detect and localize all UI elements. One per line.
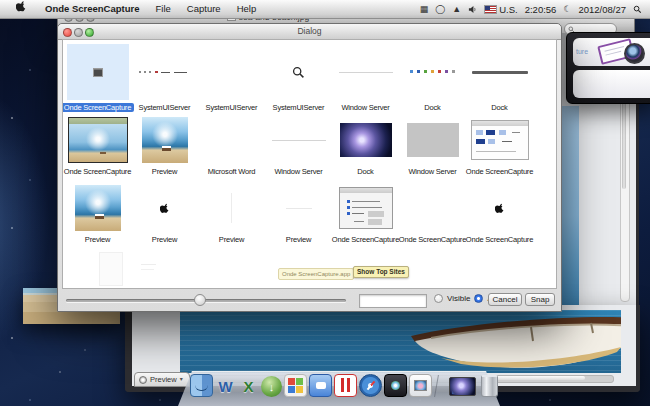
magnifier-thumbnail bbox=[292, 66, 305, 79]
capture-item-dock[interactable]: Dock bbox=[332, 116, 399, 176]
capture-item-preview[interactable]: Preview bbox=[198, 184, 265, 244]
preview-dropdown-button[interactable]: Preview ▾ bbox=[134, 372, 190, 387]
thinline-thumbnail bbox=[339, 72, 393, 73]
capture-item-onde-screencapture[interactable]: Onde ScreenCapture bbox=[466, 184, 533, 244]
microsoft-excel-dock-icon[interactable]: X bbox=[238, 376, 259, 397]
blank-thumbnail bbox=[227, 67, 237, 77]
thumb-area bbox=[160, 184, 170, 232]
menu-file[interactable]: File bbox=[148, 0, 179, 18]
app-panel-card bbox=[573, 70, 650, 98]
eject-menu-icon[interactable]: ▲ bbox=[452, 0, 461, 18]
capture-item-onde-screencapture[interactable]: Onde ScreenCapture bbox=[64, 44, 131, 112]
faintv-thumbnail bbox=[231, 193, 232, 223]
image-sliver bbox=[560, 106, 579, 306]
menu-help[interactable]: Help bbox=[229, 0, 265, 18]
thumb-area bbox=[68, 116, 128, 164]
capture-item-label: Preview bbox=[152, 235, 177, 244]
partial-thumbnail bbox=[99, 252, 123, 286]
thumb-area bbox=[272, 116, 326, 164]
thumb-area bbox=[428, 184, 438, 232]
capture-item-onde-screencapture[interactable]: Onde ScreenCapture bbox=[399, 184, 466, 244]
capture-item-dock[interactable]: Dock bbox=[399, 44, 466, 112]
capture-item-preview[interactable]: Preview bbox=[64, 184, 131, 244]
apple-thumbnail bbox=[495, 202, 505, 214]
size-slider[interactable] bbox=[66, 299, 346, 302]
parallels-dock-icon[interactable] bbox=[334, 374, 357, 397]
safari-dock-icon[interactable] bbox=[359, 374, 382, 397]
thumb-area bbox=[286, 184, 312, 232]
capture-item-onde-screencapture[interactable]: Onde ScreenCapture bbox=[332, 184, 399, 244]
capture-item-onde-screencapture[interactable]: Onde ScreenCapture bbox=[466, 116, 533, 176]
partial-thumbnail bbox=[141, 269, 154, 270]
capture-name-field[interactable] bbox=[359, 294, 427, 308]
minidialog-thumbnail bbox=[471, 120, 529, 160]
menu-bar: Onde ScreenCapture File Capture Help ▦ ◯… bbox=[0, 0, 650, 19]
menu-bar-left: Onde ScreenCapture File Capture Help bbox=[0, 0, 264, 18]
visible-radio[interactable] bbox=[434, 294, 443, 303]
menu-capture[interactable]: Capture bbox=[179, 0, 229, 18]
thumb-area bbox=[407, 44, 459, 100]
capture-item-label: Window Server bbox=[408, 167, 456, 176]
spotlight-icon[interactable] bbox=[633, 5, 642, 14]
capture-grid: Onde ScreenCapture.app Show Top Sites On… bbox=[62, 39, 557, 289]
menu-bar-status: ▦ ◯ ▲ U.S. 2:20:56 ☾ 2012/08/27 bbox=[420, 0, 650, 18]
apple-thumbnail bbox=[160, 202, 170, 214]
cancel-button[interactable]: Cancel bbox=[488, 293, 522, 306]
thumb-area bbox=[472, 44, 528, 100]
capture-item-preview[interactable]: Preview bbox=[131, 116, 198, 176]
capture-item-window-server[interactable]: Window Server bbox=[265, 116, 332, 176]
boat-illustration bbox=[381, 314, 621, 373]
finder-dock-icon[interactable] bbox=[190, 374, 213, 397]
all-radio[interactable] bbox=[474, 294, 483, 303]
dialog-footer: Visible All Cancel Snap bbox=[58, 289, 561, 311]
visible-radio-label: Visible bbox=[447, 294, 470, 303]
input-source-menu[interactable]: U.S. bbox=[484, 4, 517, 15]
thumb-area bbox=[339, 44, 393, 100]
timemachine-menu-icon[interactable]: ◯ bbox=[435, 0, 445, 18]
partial-thumbnail bbox=[141, 264, 156, 265]
miniprefs-thumbnail bbox=[339, 187, 393, 229]
moon-icon[interactable]: ☾ bbox=[563, 0, 571, 18]
downloads-dock-icon[interactable]: ↓ bbox=[261, 376, 282, 397]
thumb-area bbox=[75, 184, 121, 232]
display-menu-icon[interactable]: ▦ bbox=[420, 0, 429, 18]
microsoft-word-dock-icon[interactable]: W bbox=[215, 376, 236, 397]
capture-item-window-server[interactable]: Window Server bbox=[332, 44, 399, 112]
windows-app-dock-icon[interactable] bbox=[284, 374, 307, 397]
capture-item-label: SystemUIServer bbox=[139, 103, 191, 112]
apple-menu[interactable] bbox=[8, 0, 37, 18]
minimized-window-dock-icon[interactable] bbox=[449, 377, 476, 396]
photo-booth-dock-icon[interactable] bbox=[384, 374, 407, 397]
ichat-dock-icon[interactable] bbox=[309, 374, 332, 397]
size-slider-thumb[interactable] bbox=[194, 294, 206, 306]
capture-item-label: Preview bbox=[219, 235, 244, 244]
capture-item-label: SystemUIServer bbox=[206, 103, 258, 112]
capture-item-window-server[interactable]: Window Server bbox=[399, 116, 466, 176]
capture-item-label: Dock bbox=[491, 103, 507, 112]
menu-app-name[interactable]: Onde ScreenCapture bbox=[37, 0, 148, 18]
capture-item-systemuiserver[interactable]: SystemUIServer bbox=[131, 44, 198, 112]
tooltip-capture-item[interactable]: Show Top Sites bbox=[353, 266, 409, 278]
capture-item-preview[interactable]: Preview bbox=[265, 184, 332, 244]
capture-item-microsoft-word[interactable]: Microsoft Word bbox=[198, 116, 265, 176]
capture-item-label: Onde ScreenCapture bbox=[466, 167, 533, 176]
thumb-area bbox=[227, 116, 237, 164]
capture-item-label: Preview bbox=[286, 235, 311, 244]
beach-thumbnail bbox=[142, 117, 188, 163]
capture-item-systemuiserver[interactable]: SystemUIServer bbox=[198, 44, 265, 112]
iphoto-dock-icon[interactable] bbox=[409, 374, 432, 397]
capture-item-label: Onde ScreenCapture bbox=[64, 167, 131, 176]
dialog-titlebar[interactable]: Dialog bbox=[58, 24, 561, 40]
clock-date[interactable]: 2012/08/27 bbox=[578, 4, 626, 15]
volume-menu-icon[interactable] bbox=[468, 5, 477, 14]
capture-item-preview[interactable]: Preview bbox=[131, 184, 198, 244]
capture-item-dock[interactable]: Dock bbox=[466, 44, 533, 112]
tooltip-capture-item[interactable]: Onde ScreenCapture.app bbox=[278, 268, 354, 280]
trash-dock-icon[interactable] bbox=[481, 375, 498, 397]
capture-item-onde-screencapture[interactable]: Onde ScreenCapture bbox=[64, 116, 131, 176]
snap-button[interactable]: Snap bbox=[525, 293, 555, 306]
capture-item-systemuiserver[interactable]: SystemUIServer bbox=[265, 44, 332, 112]
chevron-down-icon: ▾ bbox=[180, 373, 183, 386]
capture-grid-row: Onde ScreenCapturePreviewMicrosoft WordW… bbox=[64, 116, 533, 176]
clock-time[interactable]: 2:20:56 bbox=[525, 4, 557, 15]
